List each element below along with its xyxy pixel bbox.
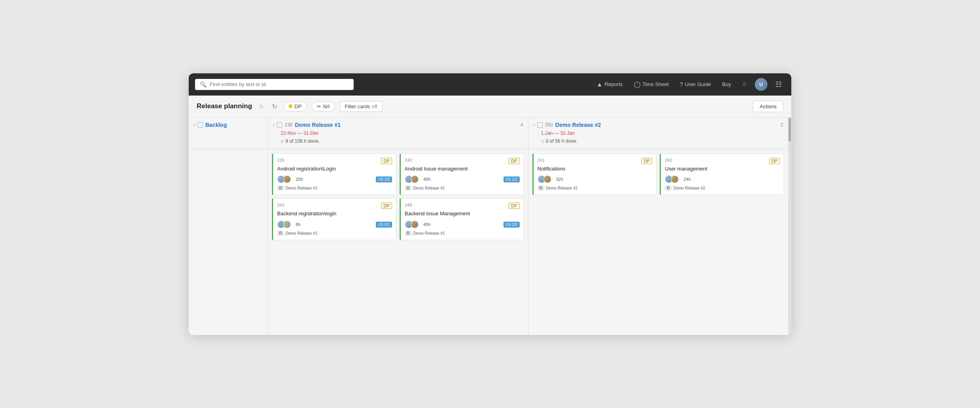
- dp-tag-dot: [289, 104, 293, 108]
- release1-checkbox[interactable]: [277, 122, 282, 128]
- userguide-nav[interactable]: ? User Guide: [677, 79, 714, 90]
- release2-collapse-icon[interactable]: ‹: [533, 122, 535, 128]
- avatar-2: [283, 220, 291, 228]
- card-241-tag: DP: [641, 158, 652, 164]
- card-240-us: US 2/2: [503, 176, 520, 182]
- card-248-avatars: [405, 220, 419, 228]
- release2-dates: 1-Jan — 31-Jan: [533, 130, 784, 136]
- column-release2: ‹ 350 Demo Release #2 2 1-Jan — 31-Jan ⌽…: [528, 118, 789, 335]
- nt-tag-filter[interactable]: ✂ N/t: [312, 102, 335, 111]
- star-nav[interactable]: ☆: [739, 79, 750, 90]
- buy-nav[interactable]: Buy: [719, 79, 734, 90]
- filter-cards-button[interactable]: Filter cards off: [340, 101, 383, 112]
- card-240-header: 240 DP: [405, 158, 520, 164]
- card-242-avatars: [665, 175, 679, 183]
- card-242[interactable]: 242 DP User management 24h R Demo Releas…: [660, 153, 784, 195]
- card-240-release: R Demo Release #1: [405, 186, 520, 191]
- backlog-checkbox[interactable]: [197, 122, 203, 128]
- page-title: Release planning: [197, 102, 252, 110]
- card-242-footer: 24h: [665, 175, 780, 183]
- card-243-avatars: [277, 220, 291, 228]
- release1-name[interactable]: Demo Release #1: [295, 122, 518, 128]
- card-239-release-badge: R: [277, 186, 284, 191]
- release2-progress: ⌽ 0 of 56 h done.: [533, 138, 784, 144]
- card-241-avatars: [538, 175, 551, 183]
- card-239-us: US 2/2: [376, 176, 392, 182]
- card-240-footer: 40h US 2/2: [405, 175, 520, 183]
- card-248-footer: 40h US 2/2: [405, 220, 520, 228]
- favorite-button[interactable]: ☆: [257, 101, 266, 112]
- board-scrollbar[interactable]: [788, 118, 791, 335]
- card-241-hours: 32h: [556, 177, 563, 182]
- card-240-release-badge: R: [405, 186, 412, 191]
- card-241-header: 241 DP: [538, 158, 653, 164]
- card-243-us: US 0/1: [376, 222, 392, 228]
- card-242-hours: 24h: [683, 177, 691, 182]
- release1-body: 239 DP Android registration\Login 20h US…: [268, 149, 528, 335]
- card-243-header: 243 DP: [277, 203, 392, 209]
- refresh-button[interactable]: ↻: [270, 101, 279, 112]
- card-239[interactable]: 239 DP Android registration\Login 20h US…: [272, 153, 396, 195]
- question-icon: ?: [680, 81, 683, 88]
- release2-checkbox[interactable]: [537, 122, 543, 128]
- release1-collapse-icon[interactable]: ‹: [273, 122, 274, 128]
- avatar-2: [544, 175, 551, 183]
- card-243-id: 243: [277, 203, 284, 207]
- card-240-title: Android Issue management: [405, 166, 520, 172]
- card-248-release-badge: R: [405, 231, 412, 236]
- card-242-release: R Demo Release #2: [665, 186, 780, 191]
- card-248-us: US 2/2: [503, 222, 520, 228]
- card-243-tag: DP: [381, 203, 392, 209]
- board: ‹ Backlog ‹ 236 Demo Release #1 4 22-Nov…: [189, 118, 791, 335]
- card-248-release: R Demo Release #1: [405, 231, 520, 236]
- backlog-header: ‹ Backlog: [189, 118, 268, 149]
- search-box[interactable]: 🔍: [195, 79, 354, 90]
- card-248-hours: 40h: [423, 222, 431, 227]
- card-239-title: Android registration\Login: [277, 166, 392, 172]
- avatar-2: [671, 175, 679, 183]
- timesheet-nav[interactable]: ◯ Time Sheet: [631, 79, 672, 90]
- card-239-release: R Demo Release #1: [277, 186, 392, 191]
- search-input[interactable]: [210, 81, 349, 87]
- release1-header: ‹ 236 Demo Release #1 4 22-Nov — 31-Dec …: [268, 118, 528, 149]
- avatar-2: [411, 175, 419, 183]
- card-243[interactable]: 243 DP Backend registration\login 8h US …: [272, 198, 396, 240]
- release2-header: ‹ 350 Demo Release #2 2 1-Jan — 31-Jan ⌽…: [528, 118, 789, 149]
- card-248-id: 248: [405, 203, 412, 207]
- release2-name[interactable]: Demo Release #2: [555, 122, 779, 128]
- avatar[interactable]: U: [755, 78, 768, 91]
- card-241-footer: 32h: [538, 175, 653, 183]
- card-243-footer: 8h US 0/1: [277, 220, 392, 228]
- backlog-title: Backlog: [205, 122, 263, 128]
- card-241[interactable]: 241 DP Notifications 32h R Demo Release …: [532, 153, 657, 195]
- dp-tag-filter[interactable]: DP: [283, 102, 307, 111]
- tune-icon[interactable]: ☷: [772, 79, 785, 90]
- card-239-footer: 20h US 2/2: [277, 175, 392, 183]
- card-241-release-badge: R: [538, 186, 544, 191]
- avatar-2: [283, 175, 291, 183]
- card-243-hours: 8h: [296, 222, 301, 227]
- reports-icon: ▲: [597, 81, 603, 88]
- card-240-hours: 40h: [423, 177, 431, 182]
- card-242-tag: DP: [769, 158, 780, 164]
- card-242-id: 242: [665, 158, 672, 163]
- card-240[interactable]: 240 DP Android Issue management 40h US 2…: [400, 153, 524, 195]
- reports-nav[interactable]: ▲ Reports: [593, 79, 626, 90]
- release2-id: 350: [545, 122, 553, 128]
- progress-icon2: ⌽: [541, 138, 544, 144]
- card-239-hours: 20h: [296, 177, 303, 182]
- top-navigation: 🔍 ▲ Reports ◯ Time Sheet ? User Guide Bu…: [189, 73, 791, 96]
- card-248[interactable]: 248 DP Backend Issue Management 40h US 2…: [400, 198, 524, 240]
- actions-button[interactable]: Actions: [753, 101, 783, 112]
- backlog-body: [189, 149, 268, 335]
- release1-dates: 22-Nov — 31-Dec: [273, 130, 523, 136]
- card-243-release-badge: R: [277, 231, 284, 236]
- release1-count: 4: [521, 122, 523, 128]
- avatar-2: [411, 220, 419, 228]
- backlog-collapse-icon[interactable]: ‹: [193, 122, 195, 128]
- card-248-tag: DP: [509, 203, 519, 209]
- board-scroll-thumb[interactable]: [789, 118, 791, 142]
- card-242-header: 242 DP: [665, 158, 780, 164]
- card-248-title: Backend Issue Management: [405, 211, 520, 217]
- app-window: 🔍 ▲ Reports ◯ Time Sheet ? User Guide Bu…: [189, 73, 791, 335]
